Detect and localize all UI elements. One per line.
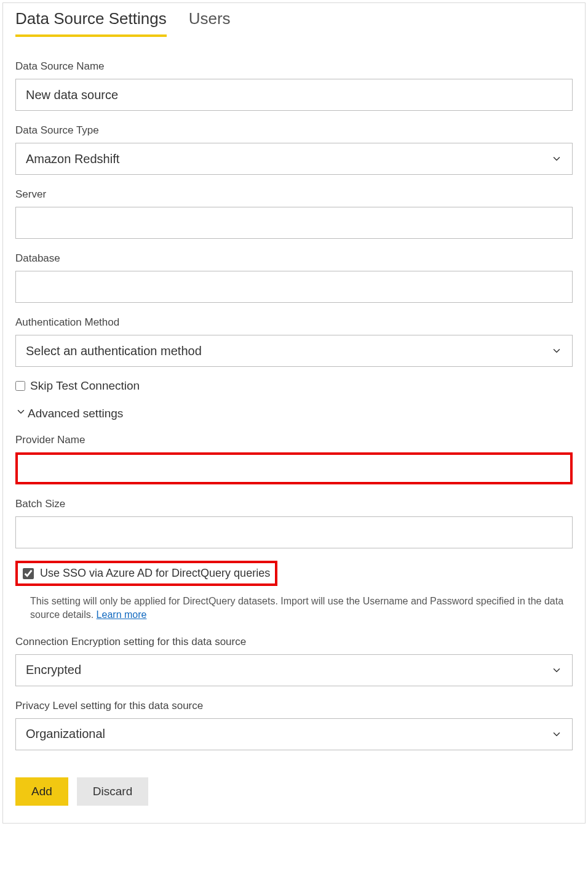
provider-name-input[interactable] [15,452,573,484]
server-label: Server [15,188,573,201]
tab-bar: Data Source Settings Users [15,3,573,37]
data-source-type-select[interactable]: Amazon Redshift [15,143,573,175]
chevron-down-icon [551,665,562,676]
add-button[interactable]: Add [15,777,68,806]
advanced-settings-toggle[interactable]: Advanced settings [15,406,573,420]
sso-hint: This setting will only be applied for Di… [15,595,573,622]
auth-method-label: Authentication Method [15,316,573,329]
conn-enc-value: Encrypted [26,663,81,677]
sso-checkbox-row: Use SSO via Azure AD for DirectQuery que… [15,561,277,586]
database-input[interactable] [15,271,573,303]
learn-more-link[interactable]: Learn more [97,609,147,620]
data-source-name-input[interactable] [15,79,573,111]
tab-data-source-settings[interactable]: Data Source Settings [15,9,167,37]
advanced-settings-label: Advanced settings [28,407,123,420]
sso-checkbox[interactable] [23,568,34,579]
server-input[interactable] [15,207,573,239]
database-label: Database [15,252,573,265]
skip-test-checkbox[interactable] [15,381,25,391]
chevron-down-icon [551,345,562,356]
sso-label: Use SSO via Azure AD for DirectQuery que… [40,567,270,580]
skip-test-label: Skip Test Connection [30,379,140,393]
data-source-type-value: Amazon Redshift [26,152,119,166]
data-source-type-label: Data Source Type [15,124,573,137]
conn-enc-select[interactable]: Encrypted [15,654,573,686]
conn-enc-label: Connection Encryption setting for this d… [15,636,573,648]
skip-test-row: Skip Test Connection [15,379,573,393]
privacy-select[interactable]: Organizational [15,718,573,750]
chevron-down-icon [551,153,562,164]
discard-button[interactable]: Discard [77,777,148,806]
batch-size-label: Batch Size [15,498,573,510]
privacy-value: Organizational [26,727,105,741]
tab-users[interactable]: Users [189,9,231,37]
data-source-name-label: Data Source Name [15,60,573,73]
batch-size-input[interactable] [15,516,573,548]
button-row: Add Discard [15,777,573,806]
auth-method-select[interactable]: Select an authentication method [15,335,573,367]
provider-name-label: Provider Name [15,434,573,446]
chevron-down-icon [15,406,26,420]
auth-method-value: Select an authentication method [26,344,202,358]
data-source-panel: Data Source Settings Users Data Source N… [2,2,586,824]
privacy-label: Privacy Level setting for this data sour… [15,700,573,712]
chevron-down-icon [551,729,562,740]
